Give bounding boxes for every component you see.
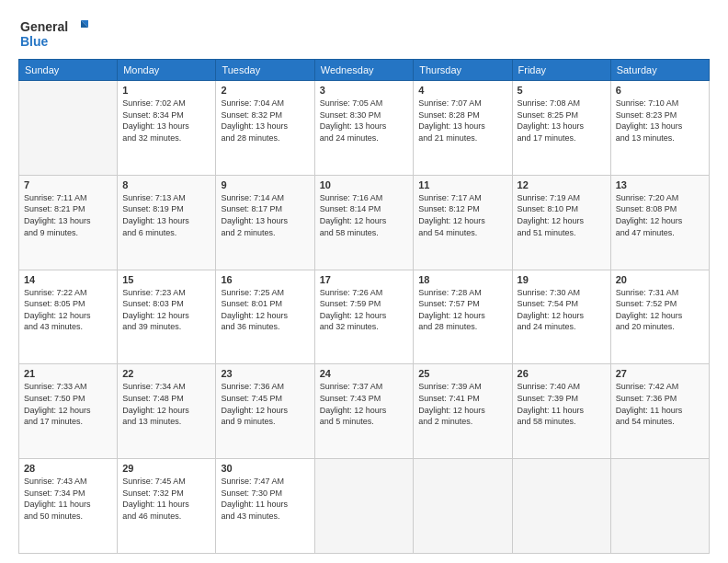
day-number: 27: [616, 368, 704, 379]
day-detail: Sunrise: 7:31 AM Sunset: 7:52 PM Dayligh…: [616, 287, 704, 333]
day-number: 26: [518, 368, 606, 379]
generalblue-logo: General Blue: [18, 17, 92, 52]
calendar-cell: 15Sunrise: 7:23 AM Sunset: 8:03 PM Dayli…: [118, 270, 216, 364]
calendar-cell: 18Sunrise: 7:28 AM Sunset: 7:57 PM Dayli…: [414, 270, 512, 364]
day-detail: Sunrise: 7:43 AM Sunset: 7:34 PM Dayligh…: [24, 476, 112, 522]
day-detail: Sunrise: 7:37 AM Sunset: 7:43 PM Dayligh…: [320, 381, 408, 427]
weekday-header-wednesday: Wednesday: [314, 60, 413, 81]
calendar-cell: 8Sunrise: 7:13 AM Sunset: 8:19 PM Daylig…: [118, 175, 216, 270]
week-row-1: 1Sunrise: 7:02 AM Sunset: 8:34 PM Daylig…: [19, 81, 710, 176]
day-detail: Sunrise: 7:26 AM Sunset: 7:59 PM Dayligh…: [320, 287, 408, 333]
day-number: 13: [616, 179, 704, 190]
calendar-cell: 3Sunrise: 7:05 AM Sunset: 8:30 PM Daylig…: [314, 81, 413, 176]
day-number: 2: [221, 85, 309, 96]
calendar-cell: 4Sunrise: 7:07 AM Sunset: 8:28 PM Daylig…: [414, 81, 512, 176]
calendar-cell: 30Sunrise: 7:47 AM Sunset: 7:30 PM Dayli…: [216, 459, 314, 554]
week-row-2: 7Sunrise: 7:11 AM Sunset: 8:21 PM Daylig…: [19, 175, 710, 270]
day-number: 8: [122, 179, 210, 190]
day-number: 25: [418, 368, 506, 379]
day-detail: Sunrise: 7:07 AM Sunset: 8:28 PM Dayligh…: [418, 98, 506, 144]
day-detail: Sunrise: 7:10 AM Sunset: 8:23 PM Dayligh…: [616, 98, 704, 144]
day-detail: Sunrise: 7:22 AM Sunset: 8:05 PM Dayligh…: [24, 287, 112, 333]
day-number: 12: [518, 179, 606, 190]
calendar-cell: 24Sunrise: 7:37 AM Sunset: 7:43 PM Dayli…: [314, 364, 413, 459]
logo: General Blue: [18, 17, 92, 52]
header: General Blue: [18, 17, 710, 52]
calendar-cell: 29Sunrise: 7:45 AM Sunset: 7:32 PM Dayli…: [118, 459, 216, 554]
day-detail: Sunrise: 7:28 AM Sunset: 7:57 PM Dayligh…: [418, 287, 506, 333]
day-number: 19: [518, 274, 606, 285]
day-detail: Sunrise: 7:40 AM Sunset: 7:39 PM Dayligh…: [518, 381, 606, 427]
week-row-4: 21Sunrise: 7:33 AM Sunset: 7:50 PM Dayli…: [19, 364, 710, 459]
svg-text:General: General: [20, 19, 68, 34]
calendar-cell: [512, 459, 610, 554]
day-number: 18: [418, 274, 506, 285]
day-detail: Sunrise: 7:34 AM Sunset: 7:48 PM Dayligh…: [122, 381, 210, 427]
calendar-cell: 19Sunrise: 7:30 AM Sunset: 7:54 PM Dayli…: [512, 270, 610, 364]
page: General Blue SundayMondayTuesdayWednesda…: [0, 0, 728, 563]
calendar-cell: 2Sunrise: 7:04 AM Sunset: 8:32 PM Daylig…: [216, 81, 314, 176]
weekday-header-monday: Monday: [118, 60, 216, 81]
calendar-cell: 22Sunrise: 7:34 AM Sunset: 7:48 PM Dayli…: [118, 364, 216, 459]
day-number: 5: [518, 85, 606, 96]
day-number: 9: [221, 179, 309, 190]
calendar-cell: 17Sunrise: 7:26 AM Sunset: 7:59 PM Dayli…: [314, 270, 413, 364]
day-number: 10: [320, 179, 408, 190]
calendar-cell: 7Sunrise: 7:11 AM Sunset: 8:21 PM Daylig…: [19, 175, 118, 270]
week-row-3: 14Sunrise: 7:22 AM Sunset: 8:05 PM Dayli…: [19, 270, 710, 364]
day-detail: Sunrise: 7:04 AM Sunset: 8:32 PM Dayligh…: [221, 98, 309, 144]
day-number: 6: [616, 85, 704, 96]
day-detail: Sunrise: 7:11 AM Sunset: 8:21 PM Dayligh…: [24, 192, 112, 238]
calendar-cell: [414, 459, 512, 554]
calendar-cell: 27Sunrise: 7:42 AM Sunset: 7:36 PM Dayli…: [610, 364, 709, 459]
day-detail: Sunrise: 7:39 AM Sunset: 7:41 PM Dayligh…: [418, 381, 506, 427]
day-number: 21: [24, 368, 112, 379]
day-number: 3: [320, 85, 408, 96]
weekday-header-tuesday: Tuesday: [216, 60, 314, 81]
calendar-cell: 5Sunrise: 7:08 AM Sunset: 8:25 PM Daylig…: [512, 81, 610, 176]
calendar-cell: 11Sunrise: 7:17 AM Sunset: 8:12 PM Dayli…: [414, 175, 512, 270]
day-number: 20: [616, 274, 704, 285]
day-detail: Sunrise: 7:13 AM Sunset: 8:19 PM Dayligh…: [122, 192, 210, 238]
day-detail: Sunrise: 7:14 AM Sunset: 8:17 PM Dayligh…: [221, 192, 309, 238]
day-number: 23: [221, 368, 309, 379]
calendar-cell: 16Sunrise: 7:25 AM Sunset: 8:01 PM Dayli…: [216, 270, 314, 364]
day-number: 14: [24, 274, 112, 285]
week-row-5: 28Sunrise: 7:43 AM Sunset: 7:34 PM Dayli…: [19, 459, 710, 554]
calendar-table: SundayMondayTuesdayWednesdayThursdayFrid…: [18, 59, 710, 554]
calendar-cell: 14Sunrise: 7:22 AM Sunset: 8:05 PM Dayli…: [19, 270, 118, 364]
day-detail: Sunrise: 7:47 AM Sunset: 7:30 PM Dayligh…: [221, 476, 309, 522]
day-number: 29: [122, 463, 210, 474]
day-detail: Sunrise: 7:08 AM Sunset: 8:25 PM Dayligh…: [518, 98, 606, 144]
day-number: 17: [320, 274, 408, 285]
calendar-cell: 21Sunrise: 7:33 AM Sunset: 7:50 PM Dayli…: [19, 364, 118, 459]
calendar-cell: [19, 81, 118, 176]
calendar-cell: 28Sunrise: 7:43 AM Sunset: 7:34 PM Dayli…: [19, 459, 118, 554]
day-detail: Sunrise: 7:30 AM Sunset: 7:54 PM Dayligh…: [518, 287, 606, 333]
day-detail: Sunrise: 7:23 AM Sunset: 8:03 PM Dayligh…: [122, 287, 210, 333]
weekday-header-sunday: Sunday: [19, 60, 118, 81]
day-number: 28: [24, 463, 112, 474]
day-detail: Sunrise: 7:42 AM Sunset: 7:36 PM Dayligh…: [616, 381, 704, 427]
day-detail: Sunrise: 7:25 AM Sunset: 8:01 PM Dayligh…: [221, 287, 309, 333]
day-number: 11: [418, 179, 506, 190]
svg-text:Blue: Blue: [20, 34, 49, 49]
day-detail: Sunrise: 7:36 AM Sunset: 7:45 PM Dayligh…: [221, 381, 309, 427]
day-detail: Sunrise: 7:19 AM Sunset: 8:10 PM Dayligh…: [518, 192, 606, 238]
calendar-cell: 10Sunrise: 7:16 AM Sunset: 8:14 PM Dayli…: [314, 175, 413, 270]
day-number: 16: [221, 274, 309, 285]
day-number: 30: [221, 463, 309, 474]
day-detail: Sunrise: 7:33 AM Sunset: 7:50 PM Dayligh…: [24, 381, 112, 427]
calendar-cell: 13Sunrise: 7:20 AM Sunset: 8:08 PM Dayli…: [610, 175, 709, 270]
calendar-cell: 26Sunrise: 7:40 AM Sunset: 7:39 PM Dayli…: [512, 364, 610, 459]
weekday-header-row: SundayMondayTuesdayWednesdayThursdayFrid…: [19, 60, 710, 81]
calendar-cell: 20Sunrise: 7:31 AM Sunset: 7:52 PM Dayli…: [610, 270, 709, 364]
day-detail: Sunrise: 7:05 AM Sunset: 8:30 PM Dayligh…: [320, 98, 408, 144]
calendar-cell: 9Sunrise: 7:14 AM Sunset: 8:17 PM Daylig…: [216, 175, 314, 270]
day-number: 1: [122, 85, 210, 96]
weekday-header-friday: Friday: [512, 60, 610, 81]
day-detail: Sunrise: 7:45 AM Sunset: 7:32 PM Dayligh…: [122, 476, 210, 522]
day-detail: Sunrise: 7:02 AM Sunset: 8:34 PM Dayligh…: [122, 98, 210, 144]
day-detail: Sunrise: 7:16 AM Sunset: 8:14 PM Dayligh…: [320, 192, 408, 238]
day-detail: Sunrise: 7:20 AM Sunset: 8:08 PM Dayligh…: [616, 192, 704, 238]
